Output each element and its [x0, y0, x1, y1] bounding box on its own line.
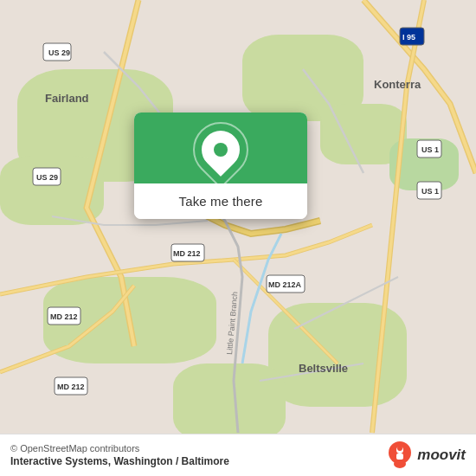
- svg-text:Fairland: Fairland: [45, 92, 89, 105]
- svg-text:I 95: I 95: [402, 33, 415, 42]
- svg-text:Konterra: Konterra: [374, 78, 421, 91]
- svg-text:MD 212: MD 212: [57, 383, 85, 391]
- svg-text:Beltsville: Beltsville: [299, 362, 348, 375]
- popup-card: Take me there: [134, 113, 307, 219]
- svg-text:MD 212: MD 212: [50, 312, 78, 321]
- svg-text:US 1: US 1: [421, 187, 439, 196]
- popup-header: [134, 113, 307, 183]
- svg-text:MD 212A: MD 212A: [268, 280, 302, 289]
- moovit-icon: [386, 441, 414, 469]
- svg-text:MD 212: MD 212: [173, 249, 201, 258]
- svg-point-25: [394, 460, 406, 468]
- pin-inner: [214, 143, 228, 157]
- bottom-bar: © OpenStreetMap contributors Interactive…: [0, 434, 476, 476]
- app-title: Interactive Systems, Washington / Baltim…: [10, 455, 229, 467]
- moovit-brand-text: moovit: [417, 447, 466, 464]
- osm-attribution: © OpenStreetMap contributors: [10, 443, 229, 453]
- map-container: US 29 I 95 US 29 US 1 US 1 MD 212 MD 212…: [0, 0, 476, 476]
- svg-rect-27: [396, 453, 403, 460]
- moovit-logo: moovit: [386, 441, 466, 469]
- svg-text:US 29: US 29: [48, 48, 70, 57]
- roads-svg: US 29 I 95 US 29 US 1 US 1 MD 212 MD 212…: [0, 0, 476, 476]
- svg-point-28: [397, 446, 402, 451]
- svg-text:US 1: US 1: [421, 145, 439, 154]
- svg-text:US 29: US 29: [36, 173, 58, 182]
